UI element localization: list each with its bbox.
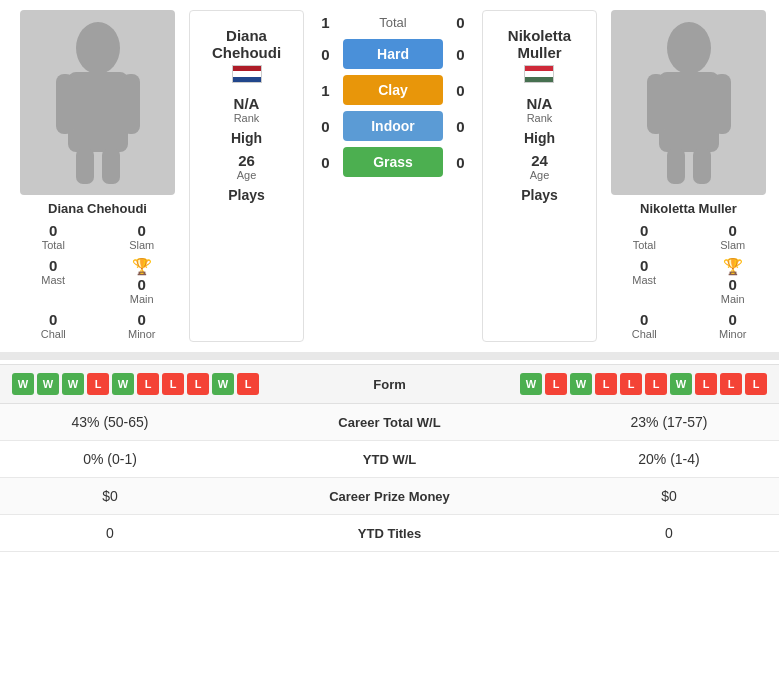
right-flag-container bbox=[524, 65, 554, 87]
career-total-right: 23% (17-57) bbox=[579, 414, 759, 430]
left-header-name: DianaChehoudi bbox=[212, 27, 281, 61]
right-form-1: W bbox=[520, 373, 542, 395]
hard-right: 0 bbox=[443, 46, 478, 63]
right-middle-panel: NikolettaMuller N/A Rank High 24 Age Pla… bbox=[482, 10, 597, 342]
left-minor-box: 0 Minor bbox=[99, 309, 186, 342]
ytd-titles-left: 0 bbox=[20, 525, 200, 541]
clay-row: 1 Clay 0 bbox=[308, 75, 478, 105]
ytd-titles-right: 0 bbox=[579, 525, 759, 541]
left-high-row: High bbox=[196, 130, 297, 146]
left-form-9: W bbox=[212, 373, 234, 395]
ytd-titles-row: 0 YTD Titles 0 bbox=[0, 515, 779, 552]
svg-rect-9 bbox=[713, 74, 731, 134]
right-mast-val: 0 bbox=[640, 257, 648, 274]
svg-point-6 bbox=[667, 22, 711, 74]
left-main-label: Main bbox=[130, 293, 154, 305]
right-mast-label: Mast bbox=[632, 274, 656, 286]
right-rank-row: N/A Rank bbox=[489, 95, 590, 124]
right-rank-val: N/A bbox=[527, 95, 553, 112]
clay-badge: Clay bbox=[343, 75, 443, 105]
left-main-box: 🏆 0 Main bbox=[99, 255, 186, 307]
right-total-val: 0 bbox=[640, 222, 648, 239]
indoor-badge: Indoor bbox=[343, 111, 443, 141]
hard-badge: Hard bbox=[343, 39, 443, 69]
ytd-wl-row: 0% (0-1) YTD W/L 20% (1-4) bbox=[0, 441, 779, 478]
indoor-right: 0 bbox=[443, 118, 478, 135]
svg-rect-10 bbox=[667, 148, 685, 184]
right-rank-label: Rank bbox=[527, 112, 553, 124]
left-form-5: W bbox=[112, 373, 134, 395]
career-total-label: Career Total W/L bbox=[200, 415, 579, 430]
right-age-label: Age bbox=[530, 169, 550, 181]
left-form-2: W bbox=[37, 373, 59, 395]
right-form-5: L bbox=[620, 373, 642, 395]
indoor-left: 0 bbox=[308, 118, 343, 135]
hard-left: 0 bbox=[308, 46, 343, 63]
section-divider bbox=[0, 352, 779, 360]
svg-rect-8 bbox=[647, 74, 665, 134]
clay-left: 1 bbox=[308, 82, 343, 99]
left-form-badges: W W W L W L L L W L bbox=[12, 373, 259, 395]
left-age-val: 26 bbox=[238, 152, 255, 169]
left-minor-label: Minor bbox=[128, 328, 156, 340]
right-player-card: Nikoletta Muller 0 Total 0 Slam 0 Mast 🏆… bbox=[601, 10, 776, 342]
right-minor-val: 0 bbox=[729, 311, 737, 328]
right-plays-val: Plays bbox=[521, 187, 558, 203]
left-chall-box: 0 Chall bbox=[10, 309, 97, 342]
left-form-10: L bbox=[237, 373, 259, 395]
right-trophy-icon: 🏆 bbox=[723, 257, 743, 276]
form-row: W W W L W L L L W L Form W L W L L L W L bbox=[0, 365, 779, 404]
left-flag bbox=[232, 65, 262, 83]
left-player-stats-grid: 0 Total 0 Slam 0 Mast 🏆 0 Main 0 bbox=[10, 220, 185, 342]
left-form-7: L bbox=[162, 373, 184, 395]
right-form-8: L bbox=[695, 373, 717, 395]
right-slam-label: Slam bbox=[720, 239, 745, 251]
main-container: Diana Chehoudi 0 Total 0 Slam 0 Mast 🏆 0 bbox=[0, 0, 779, 552]
right-age-val: 24 bbox=[531, 152, 548, 169]
grass-row: 0 Grass 0 bbox=[308, 147, 478, 177]
right-total-label: Total bbox=[633, 239, 656, 251]
right-age-row: 24 Age bbox=[489, 152, 590, 181]
prize-left: $0 bbox=[20, 488, 200, 504]
right-form-6: L bbox=[645, 373, 667, 395]
right-slam-val: 0 bbox=[729, 222, 737, 239]
left-player-card: Diana Chehoudi 0 Total 0 Slam 0 Mast 🏆 0 bbox=[10, 10, 185, 342]
left-age-label: Age bbox=[237, 169, 257, 181]
right-slam-box: 0 Slam bbox=[690, 220, 777, 253]
right-main-label: Main bbox=[721, 293, 745, 305]
prize-row: $0 Career Prize Money $0 bbox=[0, 478, 779, 515]
prize-right: $0 bbox=[579, 488, 759, 504]
right-player-photo bbox=[611, 10, 766, 195]
grass-left: 0 bbox=[308, 154, 343, 171]
right-form-2: L bbox=[545, 373, 567, 395]
right-form-7: W bbox=[670, 373, 692, 395]
right-high-val: High bbox=[524, 130, 555, 146]
left-rank-label: Rank bbox=[234, 112, 260, 124]
left-player-photo bbox=[20, 10, 175, 195]
form-label: Form bbox=[259, 377, 520, 392]
left-total-box: 0 Total bbox=[10, 220, 97, 253]
left-rank-val: N/A bbox=[234, 95, 260, 112]
svg-rect-3 bbox=[122, 74, 140, 134]
right-minor-label: Minor bbox=[719, 328, 747, 340]
svg-rect-11 bbox=[693, 148, 711, 184]
right-form-4: L bbox=[595, 373, 617, 395]
right-main-val: 0 bbox=[729, 276, 737, 293]
svg-rect-1 bbox=[68, 72, 128, 152]
svg-point-0 bbox=[76, 22, 120, 74]
right-flag bbox=[524, 65, 554, 83]
ytd-wl-right: 20% (1-4) bbox=[579, 451, 759, 467]
left-flag-container bbox=[232, 65, 262, 87]
left-form-3: W bbox=[62, 373, 84, 395]
left-middle-panel: DianaChehoudi N/A Rank High 26 Age Plays bbox=[189, 10, 304, 342]
left-slam-val: 0 bbox=[138, 222, 146, 239]
right-player-silhouette bbox=[639, 20, 739, 185]
left-form-1: W bbox=[12, 373, 34, 395]
right-form-3: W bbox=[570, 373, 592, 395]
grass-badge: Grass bbox=[343, 147, 443, 177]
ytd-wl-left: 0% (0-1) bbox=[20, 451, 200, 467]
bottom-section: W W W L W L L L W L Form W L W L L L W L bbox=[0, 364, 779, 552]
right-chall-label: Chall bbox=[632, 328, 657, 340]
total-right-val: 0 bbox=[443, 14, 478, 31]
left-player-name: Diana Chehoudi bbox=[48, 201, 147, 216]
